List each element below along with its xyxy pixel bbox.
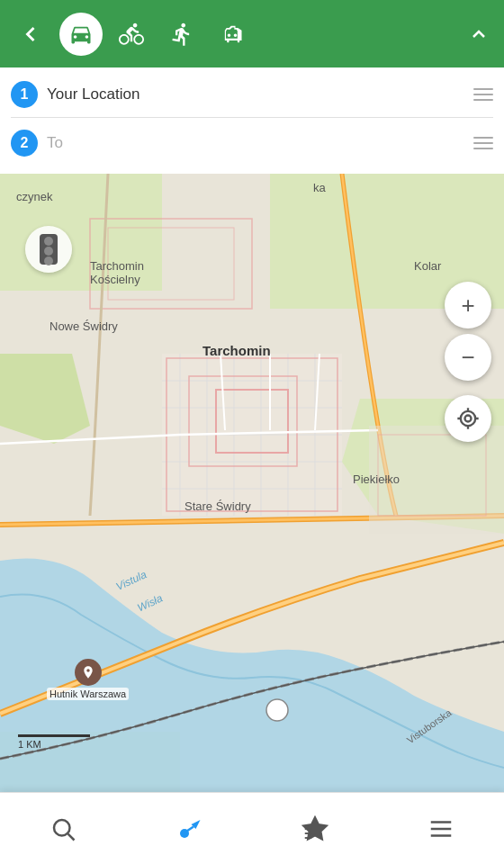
- mode-bike-button[interactable]: [110, 13, 153, 56]
- map-label-tarchomin-koscielny: TarchominKościelny: [90, 259, 144, 286]
- scale-label: 1 KM: [18, 739, 41, 750]
- zoom-in-button[interactable]: +: [445, 282, 491, 328]
- destination-input[interactable]: [47, 134, 464, 152]
- map-label-nowe-swidry: Nowe Świdry: [50, 320, 118, 333]
- hutnik-label: Hutnik Warszawa: [47, 688, 129, 700]
- nav-search-button[interactable]: [32, 815, 94, 842]
- svg-point-35: [44, 247, 53, 256]
- collapse-button[interactable]: [463, 18, 495, 50]
- destination-row: 2: [11, 123, 493, 166]
- nav-bookmarks-button[interactable]: [284, 815, 346, 842]
- poi-icon: [75, 659, 102, 686]
- svg-point-36: [44, 256, 53, 266]
- mode-taxi-button[interactable]: [211, 13, 254, 56]
- location-button[interactable]: [445, 395, 491, 442]
- scale-line: [18, 734, 90, 737]
- traffic-indicator[interactable]: [25, 226, 72, 273]
- scale-bar: 1 KM: [18, 734, 90, 750]
- destination-menu-icon[interactable]: [473, 137, 493, 149]
- step-2-badge: 2: [11, 130, 38, 157]
- map-label-kolar: Kolar: [414, 259, 441, 273]
- origin-row: 1: [11, 75, 493, 118]
- svg-point-30: [266, 699, 288, 721]
- svg-point-37: [465, 416, 472, 422]
- map-label-tarchomin: Tarchomin: [202, 343, 271, 358]
- bottom-navigation: [0, 792, 504, 864]
- map-label-ka: ka: [313, 181, 326, 194]
- mode-walk-button[interactable]: [160, 13, 203, 56]
- search-panel: 1 2: [0, 68, 504, 174]
- map-view[interactable]: czynek ka Kolar TarchominKościelny Nowe …: [0, 174, 504, 804]
- svg-point-34: [44, 237, 53, 246]
- nav-directions-button[interactable]: [158, 815, 220, 842]
- mode-car-button[interactable]: [59, 13, 103, 56]
- origin-menu-icon[interactable]: [473, 88, 493, 101]
- svg-line-42: [187, 826, 194, 831]
- zoom-out-button[interactable]: −: [445, 334, 491, 381]
- origin-input[interactable]: [47, 86, 464, 104]
- back-button[interactable]: [9, 13, 52, 56]
- step-1-badge: 1: [11, 81, 38, 108]
- map-label-stare-swidry: Stare Świdry: [184, 500, 251, 513]
- map-label-czynek: czynek: [16, 190, 52, 203]
- nav-menu-button[interactable]: [410, 815, 472, 842]
- hutnik-poi[interactable]: Hutnik Warszawa: [47, 659, 129, 700]
- map-label-piekielko: Piekiełko: [353, 472, 400, 486]
- svg-line-40: [68, 833, 75, 840]
- map-controls: + −: [445, 282, 491, 442]
- svg-point-38: [461, 411, 475, 426]
- navigation-header: [0, 0, 504, 68]
- svg-point-39: [54, 820, 70, 836]
